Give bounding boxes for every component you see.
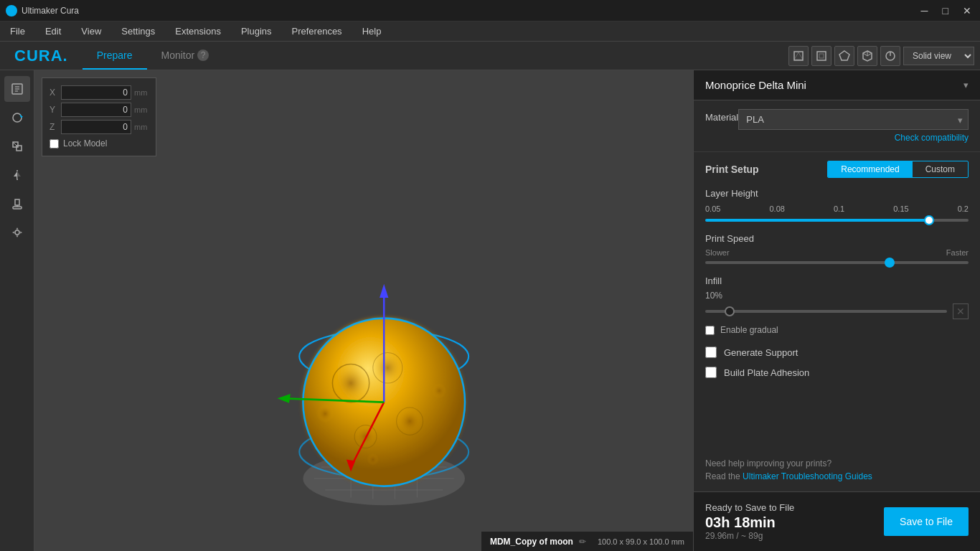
svg-point-46 [316, 405, 334, 423]
y-input[interactable] [61, 103, 131, 117]
menu-plugins[interactable]: Plugins [237, 24, 276, 38]
sidebar [0, 70, 34, 551]
menu-settings[interactable]: Settings [117, 24, 159, 38]
app-title: Ultimaker Cura [22, 6, 79, 16]
menu-extensions[interactable]: Extensions [171, 24, 225, 38]
svg-marker-21 [14, 171, 17, 179]
save-to-file-button[interactable]: Save to File [884, 507, 969, 536]
infill-pattern-icon[interactable]: ✕ [953, 303, 969, 319]
material-select[interactable]: PLA ABS PETG [738, 109, 969, 130]
svg-rect-18 [17, 146, 22, 151]
print-time: 03h 18min [705, 514, 794, 531]
build-plate-checkbox[interactable] [705, 367, 717, 378]
header: CURA. Prepare Monitor ? Solid view X-Ray [0, 42, 980, 70]
recommended-tab[interactable]: Recommended [828, 161, 912, 177]
print-setup-section: Print Setup Recommended Custom Layer Hei… [694, 152, 980, 457]
close-button[interactable]: ✕ [960, 5, 974, 17]
troubleshooting-link[interactable]: Ultimaker Troubleshooting Guides [743, 471, 872, 481]
print-details: 29.96m / ~ 89g [705, 531, 794, 541]
x-input[interactable] [61, 85, 131, 100]
layer-val-005[interactable]: 0.05 [705, 203, 720, 215]
svg-marker-4 [839, 51, 849, 60]
sidebar-item-settings[interactable] [4, 220, 30, 245]
svg-marker-51 [380, 284, 388, 298]
check-compatibility-link[interactable]: Check compatibility [705, 133, 969, 143]
menu-edit[interactable]: Edit [41, 24, 65, 38]
lock-model-label[interactable]: Lock Model [63, 138, 107, 149]
printer-name: Monoprice Delta Mini [705, 79, 806, 91]
model-info-bar: MDM_Copy of moon ✏ 100.0 x 99.0 x 100.0 … [481, 532, 693, 551]
speed-track [705, 261, 969, 264]
tab-prepare[interactable]: Prepare [83, 42, 147, 70]
layer-val-01[interactable]: 0.1 [834, 203, 844, 215]
gradual-label[interactable]: Enable gradual [720, 325, 778, 335]
y-unit: mm [134, 105, 149, 114]
logo-text: CURA. [14, 47, 68, 65]
speed-min-label: Slower [705, 248, 730, 257]
svg-rect-3 [819, 54, 824, 58]
sidebar-item-rotate[interactable] [4, 105, 30, 131]
menu-preferences[interactable]: Preferences [288, 24, 347, 38]
logo: CURA. [0, 42, 83, 70]
custom-tab[interactable]: Custom [913, 161, 968, 177]
material-label: Material [705, 112, 738, 123]
sidebar-item-mirror[interactable] [4, 162, 30, 188]
speed-thumb[interactable] [885, 258, 895, 268]
sidebar-item-scale[interactable] [4, 133, 30, 159]
print-speed-label: Print Speed [705, 233, 969, 244]
x-label: X [50, 88, 58, 98]
svg-point-47 [432, 383, 447, 398]
layer-val-015[interactable]: 0.15 [893, 203, 908, 215]
infill-row: ✕ [705, 303, 969, 319]
printer-dropdown-icon[interactable]: ▾ [963, 80, 969, 90]
z-input[interactable] [61, 120, 131, 134]
layer-height-track [705, 219, 969, 222]
infill-setting: Infill 10% ✕ Enable gradual [705, 276, 969, 335]
tab-monitor[interactable]: Monitor ? [147, 42, 224, 70]
viewport[interactable]: X mm Y mm Z mm Lock Model MDM_Copy of mo… [34, 70, 693, 551]
generate-support-label[interactable]: Generate Support [724, 347, 798, 358]
layer-height-thumb[interactable] [924, 215, 934, 225]
minimize-button[interactable]: ─ [918, 5, 931, 17]
sidebar-item-support[interactable] [4, 191, 30, 217]
save-section: Ready to Save to File 03h 18min 29.96m /… [694, 491, 980, 551]
svg-marker-22 [17, 171, 21, 179]
layer-val-008[interactable]: 0.08 [769, 203, 784, 215]
svg-line-8 [863, 53, 867, 56]
maximize-button[interactable]: □ [940, 5, 951, 17]
infill-track [705, 310, 947, 313]
view-top-button[interactable] [834, 46, 854, 66]
help-text-section: Need help improving your prints? Read th… [694, 457, 980, 491]
view-front-button[interactable] [788, 46, 809, 66]
edit-model-icon[interactable]: ✏ [579, 537, 586, 547]
build-plate-label[interactable]: Build Plate Adhesion [724, 367, 809, 378]
menu-view[interactable]: View [77, 24, 105, 38]
infill-label: Infill [705, 276, 969, 286]
view-reset-button[interactable] [880, 46, 900, 66]
gradual-checkbox[interactable] [705, 326, 715, 335]
view-3d-button[interactable] [857, 46, 877, 66]
layer-height-values: 0.05 0.08 0.1 0.15 0.2 [705, 203, 969, 215]
lock-model-checkbox[interactable] [50, 139, 59, 149]
app-icon [6, 5, 17, 17]
menu-help[interactable]: Help [358, 24, 386, 38]
sidebar-item-files[interactable] [4, 76, 30, 102]
svg-rect-23 [15, 199, 19, 205]
layer-val-02[interactable]: 0.2 [958, 203, 969, 215]
svg-rect-2 [817, 52, 826, 60]
infill-thumb[interactable] [725, 306, 735, 316]
material-row: Material PLA ABS PETG [705, 109, 969, 130]
title-bar-controls: ─ □ ✕ [918, 5, 974, 17]
svg-marker-55 [277, 394, 290, 403]
print-setup-title: Print Setup [705, 164, 759, 175]
enable-gradual-row: Enable gradual [705, 325, 969, 335]
right-panel: Monoprice Delta Mini ▾ Material PLA ABS … [693, 70, 980, 551]
profile-toggle-group: Recommended Custom [827, 161, 969, 178]
generate-support-checkbox[interactable] [705, 347, 717, 358]
model-dimensions: 100.0 x 99.0 x 100.0 mm [598, 537, 684, 546]
printer-header: Monoprice Delta Mini ▾ [694, 70, 980, 100]
view-side-button[interactable] [811, 46, 831, 66]
view-mode-select[interactable]: Solid view X-Ray view Layer view [903, 47, 974, 65]
help-text2: Read the [705, 471, 743, 481]
menu-file[interactable]: File [6, 24, 29, 38]
